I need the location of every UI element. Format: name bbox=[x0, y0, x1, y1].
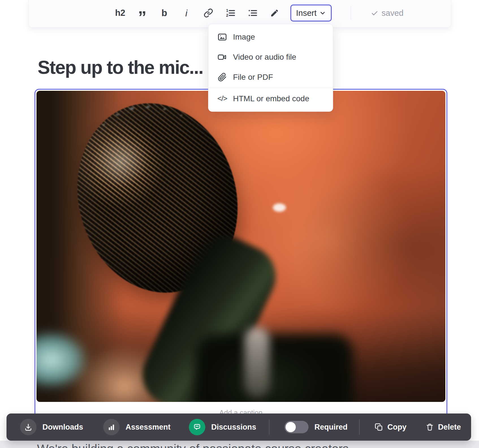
required-toggle-group: Required bbox=[284, 413, 348, 441]
chat-bubbles-icon bbox=[189, 419, 205, 435]
pencil-icon bbox=[270, 8, 279, 18]
insert-menu-label: HTML or embed code bbox=[233, 94, 309, 103]
download-icon bbox=[20, 419, 36, 435]
required-toggle[interactable] bbox=[284, 421, 308, 433]
downloads-label: Downloads bbox=[42, 423, 83, 432]
assessment-label: Assessment bbox=[126, 423, 171, 432]
insert-menu-divider bbox=[208, 88, 333, 88]
microphone-mount bbox=[195, 334, 353, 402]
copy-label: Copy bbox=[387, 423, 407, 432]
link-icon bbox=[204, 8, 213, 18]
format-toolbar-row: h2 ” b i 1 2 bbox=[114, 0, 404, 26]
insert-menu-label: Video or audio file bbox=[233, 53, 296, 62]
discussions-label: Discussions bbox=[211, 423, 256, 432]
italic-button[interactable]: i bbox=[180, 5, 193, 21]
lesson-title[interactable]: Step up to the mic... bbox=[38, 57, 203, 78]
code-icon: </> bbox=[217, 94, 227, 103]
insert-menu-item-embed[interactable]: </> HTML or embed code bbox=[208, 89, 333, 109]
trash-icon bbox=[426, 423, 434, 431]
delete-label: Delete bbox=[438, 423, 461, 432]
chevron-down-icon bbox=[319, 10, 326, 16]
video-icon bbox=[217, 52, 227, 62]
ordered-list-button[interactable]: 1 2 bbox=[224, 5, 237, 21]
paperclip-icon bbox=[217, 73, 227, 82]
next-section-text: We're building a community of passionate… bbox=[37, 442, 349, 448]
ordered-list-icon: 1 2 bbox=[226, 8, 235, 18]
copy-icon bbox=[375, 423, 383, 431]
required-label: Required bbox=[314, 423, 348, 432]
save-status: saved bbox=[371, 8, 404, 18]
course-editor-canvas: h2 ” b i 1 2 bbox=[0, 0, 479, 448]
section-action-bar: Downloads Assessment Discussions bbox=[7, 413, 471, 441]
blockquote-button[interactable]: ” bbox=[136, 9, 148, 25]
next-section-strip: We're building a community of passionate… bbox=[0, 441, 479, 448]
insert-menu-label: Image bbox=[233, 33, 255, 42]
bullet-list-button[interactable] bbox=[246, 5, 259, 21]
discussions-button[interactable]: Discussions bbox=[189, 413, 256, 441]
heading2-button[interactable]: h2 bbox=[114, 5, 126, 21]
insert-menu: Image Video or audio file File or PDF </… bbox=[208, 24, 333, 112]
copy-button[interactable]: Copy bbox=[375, 413, 407, 441]
assessment-button[interactable]: Assessment bbox=[103, 413, 171, 441]
toolbar-divider bbox=[351, 6, 351, 20]
check-icon bbox=[371, 9, 378, 17]
lesson-image[interactable] bbox=[36, 91, 445, 402]
link-button[interactable] bbox=[202, 5, 215, 21]
bold-button[interactable]: b bbox=[158, 5, 171, 21]
svg-text:1: 1 bbox=[226, 8, 228, 13]
svg-text:2: 2 bbox=[226, 13, 228, 18]
action-bar-divider bbox=[269, 419, 269, 435]
specular-highlight bbox=[273, 203, 286, 212]
insert-menu-item-image[interactable]: Image bbox=[208, 27, 333, 47]
format-toolbar: h2 ” b i 1 2 bbox=[28, 0, 451, 27]
bullet-list-icon bbox=[248, 8, 257, 18]
toggle-knob bbox=[286, 422, 296, 432]
delete-button[interactable]: Delete bbox=[426, 413, 461, 441]
save-status-text: saved bbox=[382, 8, 404, 18]
blurred-stand-highlight bbox=[245, 327, 269, 398]
selected-image-block[interactable]: Add a caption bbox=[34, 89, 447, 420]
insert-menu-label: File or PDF bbox=[233, 73, 273, 82]
image-icon bbox=[217, 32, 227, 42]
insert-button[interactable]: Insert bbox=[290, 5, 332, 21]
insert-menu-item-file[interactable]: File or PDF bbox=[208, 67, 333, 87]
highlight-button[interactable] bbox=[268, 5, 281, 21]
insert-menu-item-video[interactable]: Video or audio file bbox=[208, 47, 333, 67]
downloads-button[interactable]: Downloads bbox=[20, 413, 83, 441]
insert-button-label: Insert bbox=[296, 8, 317, 18]
bar-chart-icon bbox=[103, 419, 120, 435]
action-bar-divider bbox=[359, 419, 360, 435]
